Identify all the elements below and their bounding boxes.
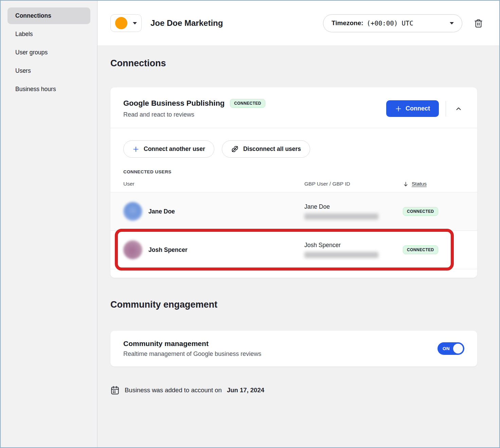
main-panel: Joe Doe Marketing Timezone: (+00:00) UTC: [97, 1, 499, 447]
timezone-label: Timezone:: [332, 19, 363, 27]
user-name: Jane Doe: [148, 208, 175, 215]
toggle-state-label: ON: [443, 346, 450, 351]
business-added-note: Business was added to account on Jun 17,…: [110, 385, 499, 395]
disconnect-all-users-label: Disconnect all users: [243, 145, 301, 153]
avatar: [123, 202, 142, 221]
business-settings-page: Connections Labels User groups Users Bus…: [0, 0, 500, 448]
disconnect-all-users-button[interactable]: Disconnect all users: [222, 140, 310, 158]
gbp-id-redacted: [304, 213, 378, 220]
divider: [446, 101, 446, 117]
business-avatar-dropdown[interactable]: [110, 14, 142, 32]
page-title: Joe Doe Marketing: [150, 18, 223, 28]
collapse-card-button[interactable]: [453, 103, 464, 115]
gbp-user-name: Jane Doe: [304, 203, 403, 210]
connected-users-table: Jane Doe Jane Doe CONNECTED: [110, 192, 477, 278]
chevron-up-icon: [455, 105, 462, 113]
user-name: Josh Spencer: [148, 246, 188, 254]
sort-arrow-down-icon: [403, 181, 409, 187]
note-text: Business was added to account on: [125, 386, 222, 394]
business-header: Joe Doe Marketing Timezone: (+00:00) UTC: [97, 1, 499, 46]
timezone-value: (+00:00) UTC: [367, 19, 413, 27]
content-area: Connections Google Business Publishing C…: [97, 46, 499, 447]
column-header-status[interactable]: Status: [403, 181, 464, 187]
note-date: Jun 17, 2024: [227, 386, 264, 394]
business-avatar: [115, 17, 127, 29]
column-header-user: User: [123, 181, 304, 187]
community-engagement-section-title: Community engagement: [110, 299, 499, 310]
column-header-gbp: GBP User / GBP ID: [304, 181, 403, 187]
google-business-publishing-card: Google Business Publishing CONNECTED Rea…: [110, 87, 477, 278]
timezone-select[interactable]: Timezone: (+00:00) UTC: [323, 14, 462, 32]
integration-subtitle: Read and react to reviews: [123, 111, 265, 118]
connect-button-label: Connect: [406, 105, 430, 112]
chevron-down-icon: [133, 22, 137, 24]
avatar: [123, 240, 142, 259]
sidebar: Connections Labels User groups Users Bus…: [1, 1, 97, 447]
sidebar-item-users[interactable]: Users: [7, 63, 90, 79]
community-management-card: Community management Realtime management…: [110, 331, 477, 366]
sidebar-item-business-hours[interactable]: Business hours: [7, 81, 90, 98]
gbp-id-redacted: [304, 252, 378, 258]
gbp-user-name: Josh Spencer: [304, 242, 403, 249]
table-row-josh-spencer[interactable]: Josh Spencer Josh Spencer CONNECTED: [110, 230, 477, 269]
connect-another-user-button[interactable]: Connect another user: [123, 140, 214, 158]
trash-icon: [474, 18, 483, 28]
table-header: User GBP User / GBP ID Status: [123, 180, 464, 188]
community-management-title: Community management: [123, 340, 261, 348]
sidebar-item-user-groups[interactable]: User groups: [7, 44, 90, 61]
sidebar-item-labels[interactable]: Labels: [7, 26, 90, 42]
unlink-icon: [231, 145, 239, 153]
status-badge: CONNECTED: [403, 207, 438, 216]
plus-icon: [395, 105, 402, 112]
community-management-toggle[interactable]: ON: [438, 342, 464, 355]
connect-another-user-label: Connect another user: [144, 145, 205, 153]
toggle-knob: [453, 344, 463, 354]
integration-status-badge: CONNECTED: [230, 99, 265, 108]
status-badge: CONNECTED: [403, 245, 438, 254]
connected-users-label: CONNECTED USERS: [123, 169, 464, 174]
integration-title: Google Business Publishing: [123, 99, 225, 108]
table-row-jane-doe[interactable]: Jane Doe Jane Doe CONNECTED: [110, 192, 477, 230]
connections-section-title: Connections: [110, 57, 499, 69]
sidebar-item-connections[interactable]: Connections: [7, 7, 90, 24]
chevron-down-icon: [450, 22, 454, 24]
plus-icon: [132, 146, 139, 153]
community-management-subtitle: Realtime management of Google business r…: [123, 350, 261, 358]
connect-button[interactable]: Connect: [386, 100, 439, 117]
delete-business-button[interactable]: [474, 18, 483, 28]
divider: [110, 269, 477, 278]
calendar-icon: [110, 385, 120, 395]
